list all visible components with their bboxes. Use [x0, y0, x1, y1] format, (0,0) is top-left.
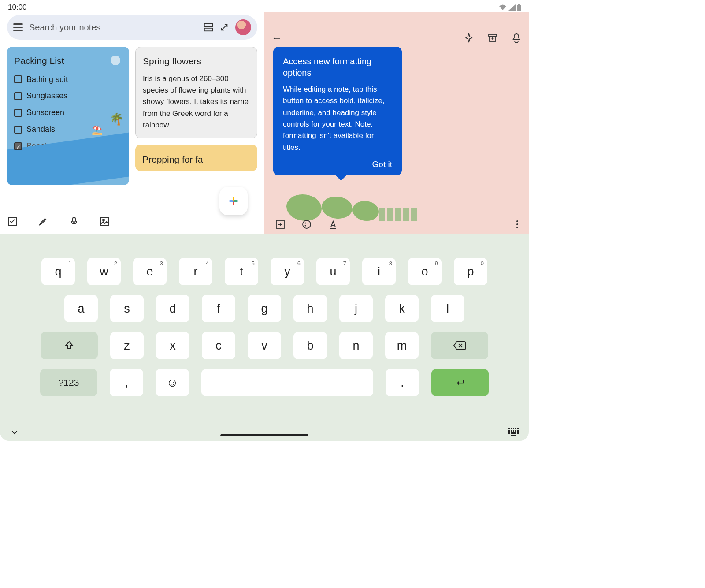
enter-key[interactable] — [431, 369, 489, 396]
key-v[interactable]: v — [248, 332, 281, 359]
add-box-icon[interactable] — [275, 219, 286, 230]
avatar[interactable] — [235, 19, 251, 35]
keyboard: q1w2e3r4t5y6u7i8o9p0 asdfghjkl zxcvbnm ?… — [0, 234, 529, 441]
key-j[interactable]: j — [339, 295, 373, 322]
tooltip-body: While editing a note, tap this button to… — [283, 84, 392, 153]
note-body: Iris is a genus of 260–300 species of fl… — [143, 73, 250, 131]
svg-rect-18 — [515, 428, 516, 429]
checkbox-icon[interactable] — [14, 109, 22, 117]
pin-icon[interactable] — [464, 33, 474, 43]
svg-rect-17 — [513, 428, 514, 429]
checkbox-icon[interactable] — [14, 92, 22, 100]
key-q[interactable]: q1 — [41, 258, 75, 285]
key-z[interactable]: z — [110, 332, 144, 359]
key-d[interactable]: d — [156, 295, 189, 322]
key-c[interactable]: c — [202, 332, 235, 359]
space-key[interactable] — [201, 369, 373, 396]
chevron-down-icon[interactable] — [10, 428, 19, 437]
svg-rect-27 — [511, 432, 516, 434]
key-x[interactable]: x — [156, 332, 189, 359]
svg-rect-20 — [508, 430, 510, 432]
status-bar: 10:00 — [0, 0, 529, 12]
key-w[interactable]: w2 — [87, 258, 121, 285]
svg-rect-12 — [73, 217, 75, 222]
more-icon[interactable] — [516, 220, 518, 228]
checkbox-icon[interactable] — [7, 216, 18, 227]
key-n[interactable]: n — [339, 332, 373, 359]
expand-icon[interactable] — [219, 22, 229, 32]
key-f[interactable]: f — [202, 295, 235, 322]
formatting-tooltip: Access new formatting options While edit… — [273, 47, 402, 175]
note-card-prepping[interactable]: Prepping for fa — [135, 145, 257, 171]
key-b[interactable]: b — [293, 332, 327, 359]
checkbox-icon[interactable] — [14, 75, 22, 83]
svg-rect-21 — [511, 430, 512, 432]
backspace-key[interactable] — [431, 332, 488, 359]
checkbox-icon[interactable] — [14, 142, 22, 150]
check-item[interactable]: Bathing suit — [14, 74, 122, 86]
check-item[interactable]: Beach towel — [14, 140, 122, 153]
svg-rect-25 — [508, 432, 510, 434]
key-p[interactable]: p0 — [454, 258, 487, 285]
collaborator-avatar — [14, 157, 27, 170]
archive-icon[interactable] — [487, 33, 498, 43]
reminder-icon[interactable] — [511, 33, 522, 43]
svg-rect-19 — [517, 428, 519, 429]
notes-toolbar — [7, 216, 110, 227]
layout-toggle-icon[interactable] — [204, 22, 213, 32]
check-label: Sunglasses — [26, 90, 67, 102]
svg-rect-1 — [518, 4, 520, 5]
key-s[interactable]: s — [110, 295, 144, 322]
svg-rect-23 — [515, 430, 516, 432]
status-time: 10:00 — [8, 3, 27, 12]
keyboard-grid-icon[interactable] — [508, 428, 519, 437]
check-item[interactable]: Sandals — [14, 123, 122, 136]
mic-icon[interactable] — [69, 216, 79, 227]
search-bar[interactable]: Search your notes — [7, 15, 257, 40]
svg-point-9 — [308, 223, 309, 224]
note-title: Packing List — [14, 54, 122, 68]
comma-key[interactable]: , — [110, 369, 143, 396]
key-o[interactable]: o9 — [408, 258, 442, 285]
brush-icon[interactable] — [38, 216, 48, 227]
key-t[interactable]: t5 — [225, 258, 258, 285]
tooltip-confirm[interactable]: Got it — [283, 160, 392, 169]
svg-rect-28 — [511, 435, 516, 436]
svg-rect-22 — [513, 430, 514, 432]
text-format-icon[interactable] — [328, 219, 338, 230]
shift-key[interactable] — [41, 332, 98, 359]
check-item[interactable]: Sunscreen — [14, 107, 122, 119]
backspace-icon — [453, 341, 466, 350]
key-k[interactable]: k — [385, 295, 419, 322]
note-card-spring[interactable]: Spring flowers Iris is a genus of 260–30… — [135, 47, 257, 138]
key-r[interactable]: r4 — [179, 258, 212, 285]
check-label: Bathing suit — [26, 74, 68, 86]
svg-rect-3 — [204, 28, 212, 31]
key-a[interactable]: a — [64, 295, 98, 322]
svg-rect-16 — [511, 428, 512, 429]
image-icon[interactable] — [100, 216, 110, 227]
symbols-key[interactable]: ?123 — [40, 369, 97, 396]
menu-icon[interactable] — [13, 23, 23, 31]
checkbox-icon[interactable] — [14, 126, 22, 134]
key-e[interactable]: e3 — [133, 258, 167, 285]
period-key[interactable]: . — [386, 369, 419, 396]
key-g[interactable]: g — [248, 295, 281, 322]
check-item[interactable]: Sunglasses — [14, 90, 122, 102]
palette-icon[interactable] — [301, 219, 312, 230]
battery-icon — [517, 4, 521, 11]
home-indicator[interactable] — [220, 434, 308, 436]
back-icon[interactable]: ← — [271, 32, 282, 44]
key-i[interactable]: i8 — [362, 258, 396, 285]
key-l[interactable]: l — [431, 295, 464, 322]
note-card-packing[interactable]: 🌴 ⛱️ Packing List Bathing suitSunglasses… — [7, 47, 129, 185]
key-m[interactable]: m — [385, 332, 419, 359]
wifi-icon — [499, 4, 507, 11]
new-note-fab[interactable] — [219, 187, 248, 215]
key-u[interactable]: u7 — [316, 258, 350, 285]
key-h[interactable]: h — [293, 295, 327, 322]
editor-toolbar — [269, 215, 524, 234]
key-y[interactable]: y6 — [271, 258, 304, 285]
emoji-key[interactable]: ☺ — [156, 369, 189, 396]
svg-rect-2 — [204, 24, 212, 26]
